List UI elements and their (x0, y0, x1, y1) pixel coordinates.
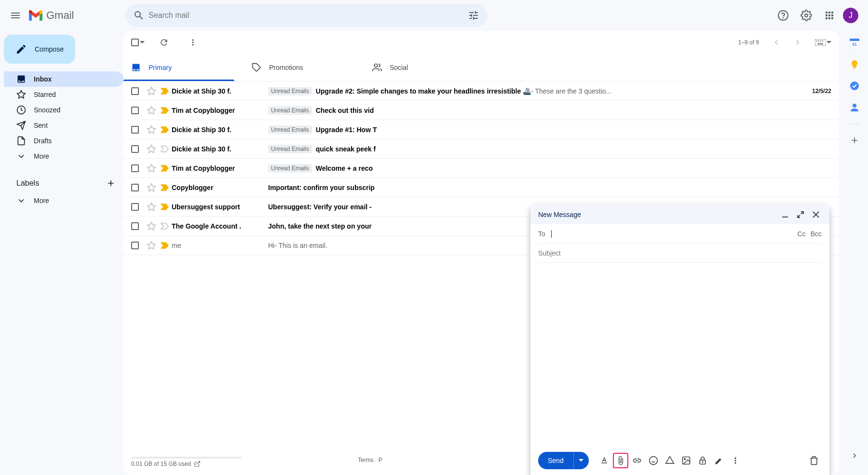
get-addons-button[interactable] (850, 136, 859, 145)
important-marker[interactable] (158, 204, 172, 210)
toolbar: 1–9 of 9 (123, 31, 839, 54)
star-button[interactable] (145, 202, 158, 212)
sidebar-labels-more[interactable]: More (4, 193, 123, 208)
search-options-button[interactable] (464, 6, 483, 25)
subject-field[interactable] (538, 244, 822, 263)
star-button[interactable] (145, 125, 158, 135)
link-button[interactable] (629, 453, 645, 468)
star-button[interactable] (145, 241, 158, 250)
row-checkbox[interactable] (131, 222, 139, 230)
signature-button[interactable] (711, 453, 727, 468)
star-button[interactable] (145, 144, 158, 154)
terms-link[interactable]: Terms · P (358, 457, 382, 463)
sidebar-item-snoozed[interactable]: Snoozed (4, 102, 123, 118)
cc-button[interactable]: Cc (798, 230, 806, 238)
subject-input[interactable] (538, 249, 822, 257)
next-page-button[interactable] (788, 33, 807, 52)
search-button[interactable] (129, 6, 149, 25)
select-all-checkbox[interactable] (131, 39, 139, 46)
sidebar-item-sent[interactable]: Sent (4, 118, 123, 133)
important-marker[interactable] (158, 184, 172, 191)
add-label-button[interactable] (104, 176, 118, 190)
star-button[interactable] (145, 106, 158, 115)
compose-body[interactable] (530, 263, 829, 446)
important-marker[interactable] (158, 146, 172, 152)
star-button[interactable] (145, 163, 158, 173)
refresh-button[interactable] (154, 33, 174, 52)
email-row[interactable]: Copyblogger Important: confirm your subs… (123, 178, 839, 197)
send-button[interactable]: Send (538, 452, 573, 469)
sidebar-item-more[interactable]: More (4, 149, 123, 164)
row-checkbox[interactable] (131, 145, 139, 153)
star-button[interactable] (145, 221, 158, 231)
email-row[interactable]: Dickie at Ship 30 f. Unread Emails Upgra… (123, 120, 839, 139)
discard-button[interactable] (806, 453, 822, 468)
formatting-button[interactable] (597, 453, 612, 468)
send-options-button[interactable] (573, 452, 589, 469)
row-checkbox[interactable] (131, 164, 139, 172)
fullscreen-button[interactable] (795, 209, 806, 220)
sidebar-item-inbox[interactable]: Inbox (4, 71, 123, 87)
pen-icon (714, 456, 724, 465)
settings-button[interactable] (797, 6, 816, 25)
important-marker[interactable] (158, 126, 172, 133)
prev-page-button[interactable] (767, 33, 786, 52)
svg-text:31: 31 (852, 42, 857, 47)
important-marker[interactable] (158, 165, 172, 172)
insert-photo-button[interactable] (678, 453, 694, 468)
to-input[interactable] (552, 230, 798, 238)
account-avatar[interactable]: J (843, 8, 858, 23)
bcc-button[interactable]: Bcc (811, 230, 822, 238)
input-tools[interactable] (815, 39, 831, 46)
row-checkbox[interactable] (131, 107, 139, 114)
select-all-dropdown[interactable] (140, 40, 145, 45)
more-button[interactable] (183, 33, 203, 52)
calendar-app-button[interactable]: 31 (850, 39, 859, 48)
hide-side-panel-button[interactable] (850, 451, 859, 461)
row-checkbox[interactable] (131, 242, 139, 249)
tab-promotions[interactable]: Promotions (244, 54, 365, 81)
close-button[interactable] (810, 209, 822, 220)
tasks-app-button[interactable] (850, 81, 859, 91)
compose-header[interactable]: New Message (530, 205, 829, 224)
to-field[interactable]: To Cc Bcc (538, 224, 822, 244)
drive-button[interactable] (662, 453, 678, 468)
more-options-button[interactable] (728, 453, 743, 468)
emoji-button[interactable] (646, 453, 661, 468)
sidebar-item-drafts[interactable]: Drafts (4, 133, 123, 149)
email-row[interactable]: Dickie at Ship 30 f. Unread Emails quick… (123, 139, 839, 159)
row-checkbox[interactable] (131, 126, 139, 134)
keep-app-button[interactable] (850, 60, 859, 69)
confidential-button[interactable] (695, 453, 710, 468)
attach-icon (616, 456, 625, 465)
svg-point-2 (805, 14, 808, 17)
star-button[interactable] (145, 183, 158, 192)
support-button[interactable] (773, 6, 793, 25)
search-input[interactable] (149, 11, 464, 20)
tab-primary[interactable]: Primary (123, 54, 244, 81)
link-icon (632, 456, 642, 465)
row-checkbox[interactable] (131, 203, 139, 211)
sidebar-item-starred[interactable]: Starred (4, 87, 123, 102)
star-button[interactable] (145, 86, 158, 96)
contacts-app-button[interactable] (850, 102, 859, 112)
gmail-logo[interactable]: Gmail (29, 9, 121, 22)
compose-window: New Message To Cc Bcc Send (530, 205, 829, 475)
important-marker[interactable] (158, 242, 172, 249)
row-checkbox[interactable] (131, 87, 139, 95)
compose-button[interactable]: Compose (4, 35, 75, 64)
important-marker[interactable] (158, 223, 172, 230)
important-marker[interactable] (158, 107, 172, 114)
inbox-icon (131, 63, 141, 72)
minimize-button[interactable] (779, 209, 791, 220)
email-row[interactable]: Tim at Copyblogger Unread Emails Check o… (123, 101, 839, 120)
row-checkbox[interactable] (131, 184, 139, 191)
attach-button[interactable] (613, 453, 628, 468)
tab-social[interactable]: Social (365, 54, 485, 81)
email-row[interactable]: Tim at Copyblogger Unread Emails Welcome… (123, 159, 839, 178)
main-menu-button[interactable] (4, 4, 27, 27)
apps-button[interactable] (820, 6, 839, 25)
email-row[interactable]: Dickie at Ship 30 f. Unread Emails Upgra… (123, 81, 839, 101)
important-marker[interactable] (158, 88, 172, 95)
subject-area: Unread Emails quick sneak peek f (268, 145, 831, 153)
